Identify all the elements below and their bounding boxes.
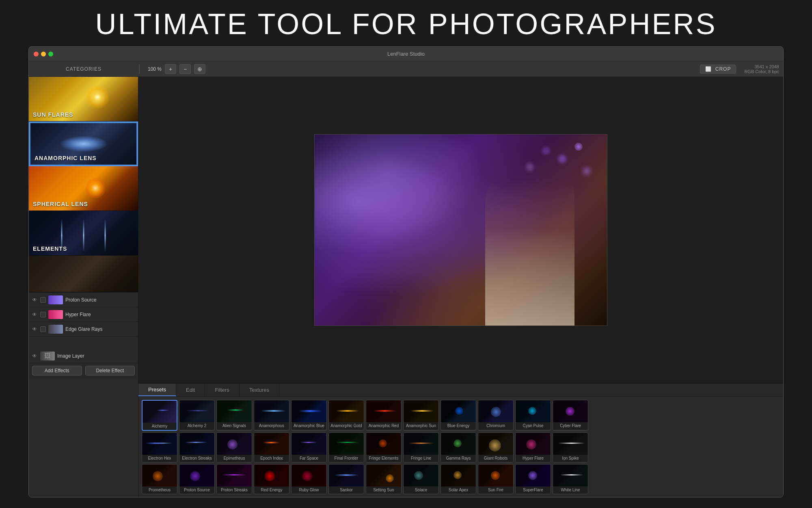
tab-filters[interactable]: Filters bbox=[205, 384, 239, 396]
preset-row-2: Electron Hex Electron Streaks Epimetheus bbox=[142, 432, 588, 462]
preset-epimetheus[interactable]: Epimetheus bbox=[216, 432, 252, 462]
preset-epoch-index[interactable]: Epoch Index bbox=[254, 432, 289, 462]
preset-solace[interactable]: Solace bbox=[403, 464, 439, 494]
tab-edit[interactable]: Edit bbox=[176, 384, 205, 396]
layer-visibility-icon[interactable]: 👁 bbox=[32, 312, 38, 317]
preset-epoch-label: Epoch Index bbox=[254, 455, 289, 462]
preset-red-energy[interactable]: Red Energy bbox=[254, 464, 289, 494]
preset-anamorphic-blue-label: Anamorphic Blue bbox=[292, 422, 326, 430]
move-tool-button[interactable]: ⊕ bbox=[194, 64, 205, 74]
preset-setting-sun[interactable]: Setting Sun bbox=[366, 464, 402, 494]
preset-prometheus[interactable]: Prometheus bbox=[142, 464, 177, 494]
sidebar-item-sun-flares[interactable]: SUN FLARES bbox=[29, 77, 138, 122]
subject-silhouette bbox=[485, 163, 574, 326]
anamorphic-decoration bbox=[59, 136, 108, 152]
zoom-out-button[interactable]: − bbox=[179, 64, 191, 74]
layers-footer: Add Effects Delete Effect bbox=[29, 363, 138, 378]
title-bar: LenFlare Studio bbox=[29, 47, 783, 61]
preset-anamorphic-gold[interactable]: Anamorphic Gold bbox=[328, 400, 364, 431]
layer-thumbnail: 🖼 bbox=[40, 352, 55, 360]
preset-solace-label: Solace bbox=[404, 486, 438, 494]
sidebar-item-spherical-lens[interactable]: SPHERICAL LENS bbox=[29, 166, 138, 211]
preset-blue-energy-label: Blue Energy bbox=[441, 422, 476, 430]
preset-far-space[interactable]: Far Space bbox=[291, 432, 327, 462]
preset-giant-robots[interactable]: Giant Robots bbox=[478, 432, 514, 462]
preset-anamorphous[interactable]: Anamorphous bbox=[254, 400, 289, 431]
preset-setting-sun-label: Setting Sun bbox=[366, 486, 401, 494]
layer-hyper-flare[interactable]: 👁 Hyper Flare bbox=[29, 307, 138, 322]
preset-row-1: Alchemy Alchemy 2 Alien Signals bbox=[142, 400, 588, 431]
sidebar-item-anamorphic-lens[interactable]: ANAMORPHIC LENS bbox=[29, 122, 138, 166]
categories-label: CATEGORIES bbox=[33, 66, 134, 72]
layer-visibility-icon[interactable]: 👁 bbox=[32, 297, 38, 303]
add-effects-button[interactable]: Add Effects bbox=[32, 366, 82, 376]
preset-chromium[interactable]: Chromium bbox=[478, 400, 514, 431]
preset-fringe-elements[interactable]: Fringe Elements bbox=[366, 432, 402, 462]
delete-effect-button[interactable]: Delete Effect bbox=[85, 366, 135, 376]
preset-row-3: Prometheus Proton Source Proton Streaks bbox=[142, 464, 588, 494]
layer-edge-glare-rays[interactable]: 👁 Edge Glare Rays bbox=[29, 322, 138, 336]
preset-cyan-label: Cyan Pulse bbox=[516, 422, 551, 430]
preset-proton-streaks-label: Proton Streaks bbox=[217, 486, 252, 494]
preset-electron-hex[interactable]: Electron Hex bbox=[142, 432, 177, 462]
category-elements-label: ELEMENTS bbox=[33, 245, 67, 252]
layer-checkbox[interactable] bbox=[40, 326, 46, 332]
preset-superflare[interactable]: SuperFlare bbox=[515, 464, 551, 494]
preset-proton-streaks[interactable]: Proton Streaks bbox=[216, 464, 252, 494]
minimize-button[interactable] bbox=[41, 52, 46, 56]
layer-proton-source[interactable]: 👁 Proton Source bbox=[29, 293, 138, 307]
preset-sun-fire[interactable]: Sun Fire bbox=[478, 464, 514, 494]
preset-anamorphic-blue[interactable]: Anamorphic Blue bbox=[291, 400, 327, 431]
preset-cyber-flare[interactable]: Cyber Flare bbox=[553, 400, 588, 431]
preset-hyper-flare[interactable]: Hyper Flare bbox=[515, 432, 551, 462]
sidebar-item-elements[interactable]: ELEMENTS bbox=[29, 211, 138, 256]
preset-sankor[interactable]: Sankor bbox=[328, 464, 364, 494]
preset-cyan-pulse[interactable]: Cyan Pulse bbox=[515, 400, 551, 431]
preset-white-line[interactable]: White Line bbox=[553, 464, 588, 494]
preset-final-label: Final Frontier bbox=[329, 455, 364, 462]
preset-anamorphic-red-label: Anamorphic Red bbox=[366, 422, 401, 430]
category-sun-flares-label: SUN FLARES bbox=[33, 111, 73, 118]
preset-sankor-label: Sankor bbox=[329, 486, 364, 494]
maximize-button[interactable] bbox=[48, 52, 53, 56]
layer-checkbox[interactable] bbox=[40, 297, 46, 303]
preset-blue-energy[interactable]: Blue Energy bbox=[441, 400, 476, 431]
preset-anamorphic-sun[interactable]: Anamorphic Sun bbox=[403, 400, 439, 431]
preset-alchemy2[interactable]: Alchemy 2 bbox=[179, 400, 215, 431]
sidebar-item-last[interactable] bbox=[29, 256, 138, 292]
elements-decoration bbox=[83, 219, 84, 252]
layer-thumbnail bbox=[48, 295, 63, 304]
preset-final-frontier[interactable]: Final Frontier bbox=[328, 432, 364, 462]
preset-ion-spike[interactable]: Ion Spike bbox=[553, 432, 588, 462]
preset-electron-streaks[interactable]: Electron Streaks bbox=[179, 432, 215, 462]
layer-name-hyper: Hyper Flare bbox=[65, 312, 135, 317]
crop-label: CROP bbox=[715, 66, 731, 72]
zoom-in-button[interactable]: + bbox=[165, 64, 176, 74]
canvas-view bbox=[138, 77, 783, 383]
preset-anamorphic-sun-label: Anamorphic Sun bbox=[404, 422, 438, 430]
preset-proton-source[interactable]: Proton Source bbox=[179, 464, 215, 494]
layer-checkbox[interactable] bbox=[40, 312, 46, 317]
preset-gamma-rays[interactable]: Gamma Rays bbox=[441, 432, 476, 462]
preset-fringe-elements-label: Fringe Elements bbox=[366, 455, 401, 462]
layer-name-proton: Proton Source bbox=[65, 297, 135, 303]
tab-textures[interactable]: Textures bbox=[240, 384, 279, 396]
sun-flare-decoration bbox=[85, 85, 110, 109]
tab-presets[interactable]: Presets bbox=[138, 384, 176, 396]
preset-cyber-label: Cyber Flare bbox=[553, 422, 588, 430]
close-button[interactable] bbox=[34, 52, 39, 56]
preset-alien-signals[interactable]: Alien Signals bbox=[216, 400, 252, 431]
layer-visibility-icon[interactable]: 👁 bbox=[32, 353, 38, 359]
crop-button[interactable]: ⬜ CROP bbox=[700, 65, 736, 74]
preset-fringe-line[interactable]: Fringe Line bbox=[403, 432, 439, 462]
photo-bokeh-overlay bbox=[574, 143, 583, 151]
layer-visibility-icon[interactable]: 👁 bbox=[32, 326, 38, 332]
preset-alchemy[interactable]: Alchemy bbox=[142, 400, 177, 431]
preset-ruby-glow[interactable]: Ruby Glow bbox=[291, 464, 327, 494]
preset-solar-apex[interactable]: Solar Apex bbox=[441, 464, 476, 494]
presets-rows: Alchemy Alchemy 2 Alien Signals bbox=[142, 400, 588, 494]
layer-image[interactable]: 👁 🖼 Image Layer bbox=[29, 349, 138, 363]
layer-name-edge: Edge Glare Rays bbox=[65, 326, 135, 332]
main-content: SUN FLARES ANAMORPHIC LENS SPHERICAL LEN… bbox=[29, 77, 783, 497]
preset-anamorphic-red[interactable]: Anamorphic Red bbox=[366, 400, 402, 431]
